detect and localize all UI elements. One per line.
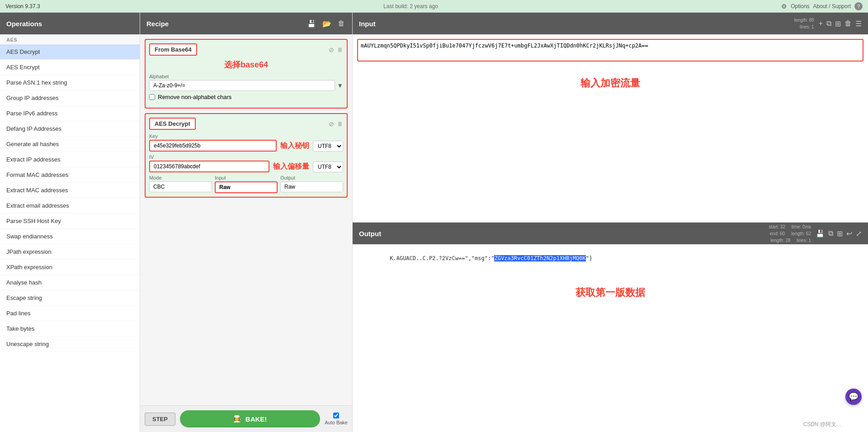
output-stats-row2: end: 60 length: 62 xyxy=(769,230,811,237)
output-stats: start: 32 time: 0ms end: 60 length: 62 l… xyxy=(769,223,811,244)
output-text-after: "} xyxy=(586,255,592,261)
version-label: Version 9.37.3 xyxy=(5,3,40,9)
aes-decrypt-card: AES Decrypt ⊘ ⏸ Key 输入秘钥 xyxy=(145,113,348,198)
input-mode-value: Raw xyxy=(215,181,278,193)
annotation-key: 输入秘钥 xyxy=(280,141,309,151)
iv-encoding-select[interactable]: UTF8HEXLatin1 xyxy=(313,161,343,172)
bake-icon: 🧑‍🍳 xyxy=(233,415,242,423)
sidebar-item-aes-encrypt[interactable]: AES Encrypt xyxy=(0,60,140,75)
output-body: K.AGUACD..C.P2.?2VzCw==","msg":"ZGVza3Rv… xyxy=(353,244,868,432)
input-length-label: length: 88 xyxy=(794,17,814,24)
from-base64-icons: ⊘ ⏸ xyxy=(329,46,343,53)
disable-icon[interactable]: ⊘ xyxy=(329,46,334,53)
output-mode-group: Output Raw xyxy=(280,175,343,193)
output-panel-icons: 💾 ⧉ ⊞ ↩ ⤢ xyxy=(816,229,862,238)
input-lines-label: lines: 1 xyxy=(800,24,814,30)
key-encoding-select[interactable]: UTF8HEXLatin1 xyxy=(313,141,343,152)
iv-input[interactable] xyxy=(149,161,269,172)
pause-icon[interactable]: ⏸ xyxy=(337,46,343,53)
alphabet-row: Alphabet ▼ xyxy=(149,74,343,91)
alphabet-input[interactable] xyxy=(149,80,335,91)
input-textarea[interactable]: mAUYLzmqn5QPDkyI51vSp0fjiBu1e7047YjfczwV… xyxy=(357,39,863,62)
bake-label: BAKE! xyxy=(245,415,267,423)
sidebar-item-aes-decrypt[interactable]: AES Decrypt xyxy=(0,44,140,60)
recipe-body: From Base64 ⊘ ⏸ 选择base64 Alphabet ▼ xyxy=(140,34,352,405)
input-title: Input xyxy=(359,20,376,28)
key-input[interactable] xyxy=(149,140,277,152)
top-bar: Version 9.37.3 Last build: 2 years ago ⚙… xyxy=(0,0,868,13)
auto-bake-group: Auto Bake xyxy=(325,413,348,425)
output-text-highlighted: ZGVza3RvcC01ZTh2N2p1XHBjMQ0K xyxy=(494,255,585,261)
sidebar-item-analyse-hash[interactable]: Analyse hash xyxy=(0,275,140,290)
sidebar-item-xpath[interactable]: XPath expression xyxy=(0,260,140,275)
output-expand-btn[interactable]: ⤢ xyxy=(856,229,862,238)
csdn-watermark: CSDN @阿文... xyxy=(803,421,841,428)
aes-pause-icon[interactable]: ⏸ xyxy=(337,120,343,128)
recipe-footer: STEP 🧑‍🍳 BAKE! Auto Bake xyxy=(140,405,352,432)
input-section: Input length: 88 lines: 1 + ⧉ ⊞ 🗑 ☰ xyxy=(353,13,868,223)
sidebar-item-parse-ssh[interactable]: Parse SSH Host Key xyxy=(0,214,140,229)
aes-decrypt-title: AES Decrypt xyxy=(149,118,196,130)
sidebar-item-defang-ip[interactable]: Defang IP Addresses xyxy=(0,121,140,137)
sidebar-item-take-bytes[interactable]: Take bytes xyxy=(0,321,140,337)
output-copy-btn[interactable]: ⧉ xyxy=(828,229,833,238)
recipe-delete-btn[interactable]: 🗑 xyxy=(337,19,346,29)
alphabet-dropdown-icon[interactable]: ▼ xyxy=(337,82,343,89)
sidebar-item-escape-string[interactable]: Escape string xyxy=(0,290,140,306)
sidebar-item-pad-lines[interactable]: Pad lines xyxy=(0,306,140,321)
auto-bake-checkbox[interactable] xyxy=(333,413,339,418)
sidebar-item-parse-asn[interactable]: Parse ASN.1 hex string xyxy=(0,75,140,90)
mode-label: Mode xyxy=(149,175,212,180)
sidebar-item-swap-endian[interactable]: Swap endianness xyxy=(0,229,140,244)
options-icon: ⚙ xyxy=(781,3,787,10)
output-annotation: 获取第一版数据 xyxy=(357,286,863,299)
annotation-iv: 输入偏移量 xyxy=(273,162,309,171)
output-undo-btn[interactable]: ↩ xyxy=(846,229,852,238)
chat-bubble[interactable]: 💬 xyxy=(845,389,862,405)
output-save-btn[interactable]: 💾 xyxy=(816,229,825,238)
output-split-btn[interactable]: ⊞ xyxy=(837,229,843,238)
sidebar-section-aes: AES xyxy=(0,34,140,44)
bake-button[interactable]: 🧑‍🍳 BAKE! xyxy=(180,410,320,427)
input-body: mAUYLzmqn5QPDkyI51vSp0fjiBu1e7047YjfczwV… xyxy=(353,34,868,222)
help-icon[interactable]: ? xyxy=(854,2,863,10)
input-split-btn[interactable]: ⊞ xyxy=(835,19,841,28)
sidebar-item-extract-email[interactable]: Extract email addresses xyxy=(0,198,140,214)
input-delete-btn[interactable]: 🗑 xyxy=(844,19,852,28)
input-panel-header: Input length: 88 lines: 1 + ⧉ ⊞ 🗑 ☰ xyxy=(353,13,868,34)
output-title: Output xyxy=(359,230,381,237)
input-add-btn[interactable]: + xyxy=(819,19,823,28)
remove-nonalpha-label: Remove non-alphabet chars xyxy=(158,94,231,100)
aes-disable-icon[interactable]: ⊘ xyxy=(329,120,334,128)
recipe-title: Recipe xyxy=(146,20,169,28)
recipe-save-btn[interactable]: 💾 xyxy=(306,19,317,29)
sidebar-item-extract-ip[interactable]: Extract IP addresses xyxy=(0,152,140,167)
mode-value: CBC xyxy=(149,181,212,192)
sidebar-item-jpath[interactable]: JPath expression xyxy=(0,244,140,260)
recipe-header: Recipe 💾 📂 🗑 xyxy=(140,13,352,34)
input-panel-icons: + ⧉ ⊞ 🗑 ☰ xyxy=(819,19,862,28)
sidebar-item-extract-mac[interactable]: Extract MAC addresses xyxy=(0,183,140,198)
remove-nonalpha-checkbox[interactable] xyxy=(149,94,155,100)
from-base64-header: From Base64 ⊘ ⏸ xyxy=(149,43,343,56)
sidebar-title: Operations xyxy=(6,20,42,28)
input-menu-btn[interactable]: ☰ xyxy=(855,19,862,28)
options-link[interactable]: Options xyxy=(791,3,809,9)
recipe-open-btn[interactable]: 📂 xyxy=(321,19,332,29)
aes-decrypt-header: AES Decrypt ⊘ ⏸ xyxy=(149,118,343,130)
recipe-header-icons: 💾 📂 🗑 xyxy=(306,19,346,29)
key-group: Key xyxy=(149,133,277,152)
sidebar-item-parse-ipv6[interactable]: Parse IPv6 address xyxy=(0,106,140,121)
input-window-btn[interactable]: ⧉ xyxy=(826,19,831,28)
step-button[interactable]: STEP xyxy=(145,413,175,426)
sidebar-item-unescape-string[interactable]: Unescape string xyxy=(0,337,140,352)
sidebar-item-gen-hashes[interactable]: Generate all hashes xyxy=(0,137,140,152)
input-mode-label: Input xyxy=(215,175,278,180)
about-support-link[interactable]: About / Support xyxy=(813,3,851,9)
aes-iv-row: IV 输入偏移量 UTF8HEXLatin1 xyxy=(149,154,343,172)
sidebar-item-format-mac[interactable]: Format MAC addresses xyxy=(0,167,140,183)
mode-row: Mode CBC Input Raw Output Raw xyxy=(149,175,343,193)
sidebar-item-group-ip[interactable]: Group IP addresses xyxy=(0,90,140,106)
output-header-right: start: 32 time: 0ms end: 60 length: 62 l… xyxy=(769,223,862,244)
alphabet-label: Alphabet xyxy=(149,74,343,79)
